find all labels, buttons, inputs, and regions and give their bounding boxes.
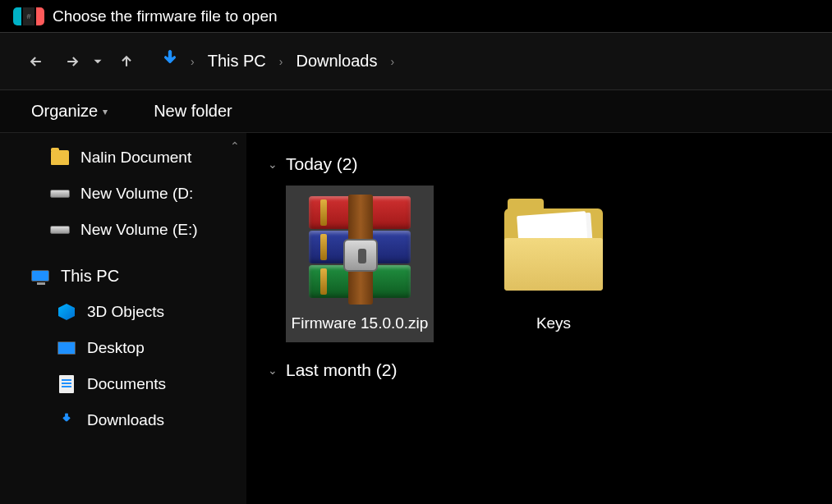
sidebar-item-volume-d[interactable]: New Volume (D:	[0, 176, 246, 212]
chevron-down-icon: ▾	[103, 106, 108, 117]
chevron-right-icon: ›	[186, 55, 200, 68]
sidebar-item-label: 3D Objects	[87, 303, 164, 321]
file-item-keys-folder[interactable]: Keys	[480, 186, 627, 342]
sidebar-downloads[interactable]: Downloads	[0, 402, 246, 438]
sidebar-documents[interactable]: Documents	[0, 366, 246, 402]
sidebar-item-label: Desktop	[87, 339, 145, 357]
sidebar-3d-objects[interactable]: 3D Objects	[0, 294, 246, 330]
content-pane[interactable]: ⌄ Today (2) Firmware 15.0.0.zip	[246, 133, 832, 504]
titlebar: # Choose the firmware file to open	[0, 0, 832, 33]
sidebar-item-label: Nalin Document	[80, 149, 191, 167]
download-icon	[56, 410, 77, 431]
sidebar-desktop[interactable]: Desktop	[0, 330, 246, 366]
chevron-right-icon: ›	[274, 55, 288, 68]
forward-button[interactable]	[57, 47, 87, 76]
sidebar: ⌃ Nalin Document New Volume (D: New Volu…	[0, 133, 246, 504]
scroll-up-icon[interactable]: ⌃	[230, 140, 240, 153]
toolbar: Organize ▾ New folder	[0, 90, 832, 133]
app-icon: #	[13, 7, 44, 25]
file-item-firmware-zip[interactable]: Firmware 15.0.0.zip	[286, 186, 434, 342]
new-folder-button[interactable]: New folder	[154, 102, 232, 121]
sidebar-item-nalin-document[interactable]: Nalin Document	[0, 140, 246, 176]
file-label: Firmware 15.0.0.zip	[292, 314, 429, 334]
sidebar-item-label: New Volume (D:	[80, 185, 193, 203]
new-folder-label: New folder	[154, 102, 232, 121]
navigation-bar: › This PC › Downloads ›	[0, 33, 832, 90]
breadcrumb-this-pc[interactable]: This PC	[205, 50, 269, 72]
recent-locations-button[interactable]	[90, 47, 105, 76]
back-button[interactable]	[21, 47, 51, 76]
document-icon	[56, 373, 77, 395]
sidebar-this-pc[interactable]: This PC	[0, 258, 246, 294]
chevron-down-icon: ⌄	[268, 158, 278, 171]
chevron-right-icon: ›	[385, 55, 399, 68]
sidebar-item-label: Downloads	[87, 411, 164, 429]
desktop-icon	[56, 337, 77, 359]
group-header-today[interactable]: ⌄ Today (2)	[268, 154, 811, 174]
sidebar-item-label: This PC	[61, 267, 119, 286]
sidebar-item-label: Documents	[87, 375, 166, 393]
group-label: Today (2)	[286, 154, 358, 174]
breadcrumb-downloads[interactable]: Downloads	[292, 50, 380, 72]
organize-label: Organize	[31, 102, 98, 121]
up-button[interactable]	[112, 47, 141, 76]
file-label: Keys	[536, 314, 571, 334]
pc-icon	[30, 265, 51, 286]
group-label: Last month (2)	[286, 360, 397, 380]
drive-icon	[49, 183, 71, 204]
cube-icon	[56, 301, 77, 323]
organize-button[interactable]: Organize ▾	[31, 102, 108, 121]
archive-icon	[302, 192, 417, 307]
folder-icon	[496, 192, 611, 307]
sidebar-item-label: New Volume (E:)	[80, 221, 198, 239]
chevron-down-icon: ⌄	[268, 364, 278, 377]
breadcrumb[interactable]: › This PC › Downloads ›	[159, 48, 399, 74]
folder-icon	[49, 147, 71, 168]
drive-icon	[49, 219, 71, 241]
sidebar-item-volume-e[interactable]: New Volume (E:)	[0, 212, 246, 248]
downloads-icon	[159, 48, 181, 74]
group-header-last-month[interactable]: ⌄ Last month (2)	[268, 360, 811, 380]
window-title: Choose the firmware file to open	[53, 7, 278, 25]
